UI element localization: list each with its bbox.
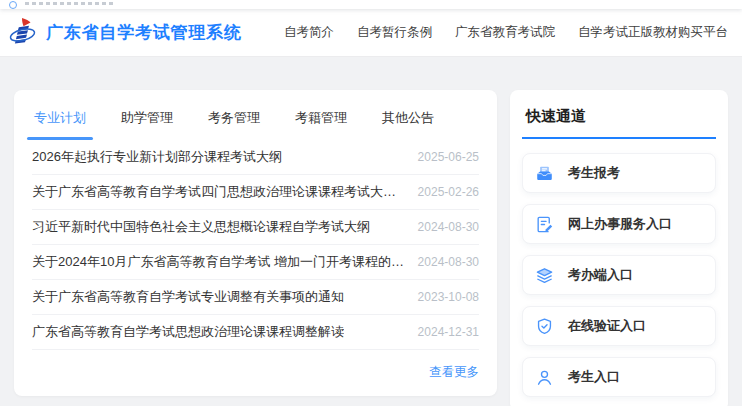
notice-date: 2023-10-08 [418,290,479,304]
quick-link-label: 网上办事服务入口 [568,215,672,233]
notice-title: 2026年起执行专业新计划部分课程考试大纲 [32,148,282,166]
notice-title: 关于2024年10月广东省高等教育自学考试 增加一门开考课程的通告 [32,253,406,271]
document-edit-icon [535,215,554,234]
quick-link-label: 考生报考 [568,164,620,182]
quick-channel-panel: 快速通道 考生报考 网上办事服务入口 [510,90,728,406]
notice-row[interactable]: 关于2024年10月广东省高等教育自学考试 增加一门开考课程的通告 2024-0… [32,245,479,280]
quick-link[interactable]: 考办端入口 [522,255,716,295]
header-nav: 自考简介 自考暂行条例 广东省教育考试院 自学考试正版教材购买平台 [284,24,728,41]
user-icon [535,368,554,387]
notice-row[interactable]: 关于广东省高等教育自学考试四门思想政治理论课课程考试大纲的通告 2025-02-… [32,175,479,210]
quick-link-label: 考生入口 [568,368,620,386]
notice-tab[interactable]: 专业计划 [32,105,88,140]
notice-tabs: 专业计划 助学管理 考务管理 考籍管理 其他公告 [32,105,479,140]
site-logo-icon [9,17,37,49]
quick-title-underline [522,137,716,139]
main-content: 专业计划 助学管理 考务管理 考籍管理 其他公告 2026年起执行专业新计划部分… [0,57,742,406]
tiny-truncated-text [25,2,115,5]
quick-link-list: 考生报考 网上办事服务入口 考办端入口 [522,153,716,397]
notice-date: 2025-02-26 [418,185,479,199]
notice-title: 关于广东省高等教育自学考试专业调整有关事项的通知 [32,288,344,306]
notice-row[interactable]: 2026年起执行专业新计划部分课程考试大纲 2025-06-25 [32,140,479,175]
header-nav-link[interactable]: 自考简介 [284,24,334,41]
shield-check-icon [535,317,554,336]
notice-title: 广东省高等教育自学考试思想政治理论课课程调整解读 [32,323,344,341]
view-more-link[interactable]: 查看更多 [429,365,479,379]
notice-date: 2024-08-30 [418,220,479,234]
notice-date: 2025-06-25 [418,150,479,164]
notice-tab[interactable]: 其他公告 [380,105,436,140]
header-nav-link[interactable]: 广东省教育考试院 [455,24,555,41]
notice-row[interactable]: 广东省高等教育自学考试思想政治理论课课程调整解读 2024-12-31 [32,315,479,350]
notice-title: 关于广东省高等教育自学考试四门思想政治理论课课程考试大纲的通告 [32,183,406,201]
ballot-box-icon [535,164,554,183]
notice-list: 2026年起执行专业新计划部分课程考试大纲 2025-06-25 关于广东省高等… [32,140,479,350]
tiny-favicon-icon [9,1,17,9]
notice-panel: 专业计划 助学管理 考务管理 考籍管理 其他公告 2026年起执行专业新计划部分… [14,90,497,396]
quick-link[interactable]: 考生报考 [522,153,716,193]
notice-row[interactable]: 习近平新时代中国特色社会主义思想概论课程自学考试大纲 2024-08-30 [32,210,479,245]
notice-date: 2024-12-31 [418,325,479,339]
site-header: 广东省自学考试管理系统 自考简介 自考暂行条例 广东省教育考试院 自学考试正版教… [0,9,742,57]
quick-link[interactable]: 考生入口 [522,357,716,397]
layers-icon [535,266,554,285]
view-more-row: 查看更多 [32,350,479,385]
notice-tab[interactable]: 考籍管理 [293,105,349,140]
quick-channel-title: 快速通道 [522,105,716,126]
notice-date: 2024-08-30 [418,255,479,269]
notice-row[interactable]: 关于广东省高等教育自学考试专业调整有关事项的通知 2023-10-08 [32,280,479,315]
header-nav-link[interactable]: 自考暂行条例 [357,24,432,41]
header-nav-link[interactable]: 自学考试正版教材购买平台 [578,24,728,41]
quick-link[interactable]: 网上办事服务入口 [522,204,716,244]
browser-edge-strip [0,0,742,9]
notice-tab[interactable]: 助学管理 [119,105,175,140]
quick-link-label: 在线验证入口 [568,317,646,335]
notice-tab[interactable]: 考务管理 [206,105,262,140]
site-title: 广东省自学考试管理系统 [46,21,242,44]
quick-link[interactable]: 在线验证入口 [522,306,716,346]
quick-link-label: 考办端入口 [568,266,633,284]
notice-title: 习近平新时代中国特色社会主义思想概论课程自学考试大纲 [32,218,370,236]
